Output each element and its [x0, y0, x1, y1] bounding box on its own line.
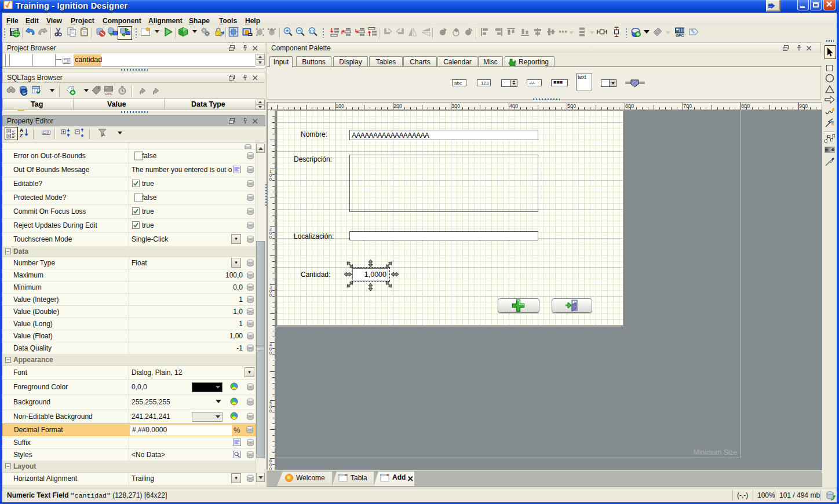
svg-text:1:1: 1:1	[309, 30, 315, 33]
svg-text:OPC: OPC	[105, 92, 113, 96]
svg-text:Z: Z	[20, 133, 23, 138]
svg-text:A: A	[102, 132, 105, 137]
svg-text:OPC: OPC	[676, 34, 684, 38]
